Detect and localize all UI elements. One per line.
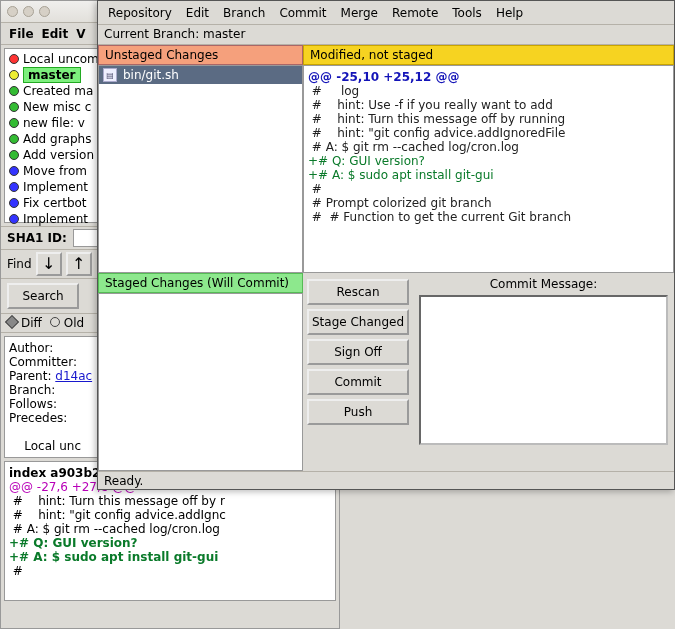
diff-radio[interactable]: Diff — [7, 316, 42, 330]
action-buttons: Rescan Stage Changed Sign Off Commit Pus… — [303, 273, 413, 451]
left-column: Unstaged Changes ▤ bin/git.sh — [98, 45, 303, 273]
unstaged-header: Unstaged Changes — [98, 45, 303, 65]
search-button[interactable]: Search — [7, 283, 79, 309]
parent-link[interactable]: d14ac — [55, 369, 92, 383]
menu-edit[interactable]: Edit — [186, 6, 209, 20]
status-bar: Ready. — [98, 471, 674, 491]
commit-message-label: Commit Message: — [419, 277, 668, 291]
menu-merge[interactable]: Merge — [341, 6, 378, 20]
find-prev-button[interactable]: ↑ — [66, 252, 92, 276]
menu-commit[interactable]: Commit — [279, 6, 326, 20]
stage-changed-button[interactable]: Stage Changed — [307, 309, 409, 335]
file-name: bin/git.sh — [123, 68, 179, 82]
rescan-button[interactable]: Rescan — [307, 279, 409, 305]
commit-node-icon — [9, 118, 19, 128]
git-gui-window: Repository Edit Branch Commit Merge Remo… — [97, 0, 675, 490]
commit-node-icon — [9, 198, 19, 208]
window-close-icon[interactable] — [7, 6, 18, 17]
old-radio[interactable]: Old — [50, 316, 84, 330]
diff-view[interactable]: @@ -25,10 +25,12 @@ # log # hint: Use -f… — [303, 65, 674, 273]
unstaged-file-list[interactable]: ▤ bin/git.sh — [98, 65, 303, 273]
menu-repository[interactable]: Repository — [108, 6, 172, 20]
commit-node-icon — [9, 182, 19, 192]
commit-message-area: Commit Message: — [413, 273, 674, 451]
staged-header: Staged Changes (Will Commit) — [98, 273, 303, 293]
sign-off-button[interactable]: Sign Off — [307, 339, 409, 365]
menu-edit[interactable]: Edit — [42, 27, 69, 41]
right-column: Modified, not staged @@ -25,10 +25,12 @@… — [303, 45, 674, 273]
window-min-icon[interactable] — [23, 6, 34, 17]
commit-node-icon — [9, 102, 19, 112]
commit-node-icon — [9, 150, 19, 160]
find-label: Find — [7, 257, 32, 271]
menu-branch[interactable]: Branch — [223, 6, 265, 20]
modified-header: Modified, not staged — [303, 45, 674, 65]
commit-node-icon — [9, 70, 19, 80]
window-max-icon[interactable] — [39, 6, 50, 17]
branch-tag: master — [23, 67, 81, 83]
unstaged-file-row[interactable]: ▤ bin/git.sh — [99, 66, 302, 84]
sha-label: SHA1 ID: — [7, 231, 67, 245]
push-button[interactable]: Push — [307, 399, 409, 425]
commit-button[interactable]: Commit — [307, 369, 409, 395]
commit-node-icon — [9, 214, 19, 224]
commit-node-icon — [9, 86, 19, 96]
menu-view[interactable]: V — [76, 27, 85, 41]
current-branch-label: Current Branch: master — [98, 25, 674, 45]
find-next-button[interactable]: ↓ — [36, 252, 62, 276]
menu-help[interactable]: Help — [496, 6, 523, 20]
commit-node-icon — [9, 166, 19, 176]
commit-message-input[interactable] — [419, 295, 668, 445]
git-gui-menubar: Repository Edit Branch Commit Merge Remo… — [98, 1, 674, 25]
menu-tools[interactable]: Tools — [452, 6, 482, 20]
commit-node-icon — [9, 134, 19, 144]
menu-file[interactable]: File — [9, 27, 34, 41]
staged-file-list[interactable] — [98, 293, 303, 471]
commit-node-icon — [9, 54, 19, 64]
file-icon: ▤ — [103, 68, 117, 82]
menu-remote[interactable]: Remote — [392, 6, 438, 20]
